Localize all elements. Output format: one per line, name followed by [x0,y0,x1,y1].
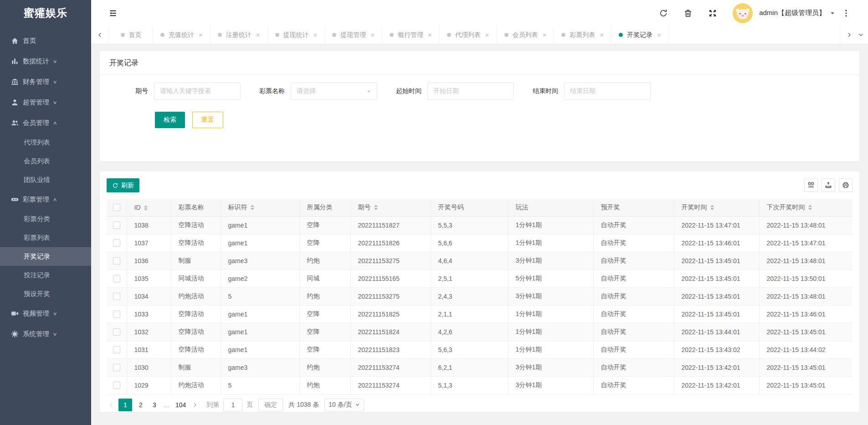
sidebar-item-finance[interactable]: 财务管理∨ [0,72,91,92]
refresh-button[interactable]: 刷新 [107,178,139,192]
tab[interactable]: 提现管理× [325,26,382,44]
page-number[interactable]: 3 [149,399,159,411]
row-select-cell [107,270,127,287]
tab-label: 充值统计 [169,31,194,39]
row-checkbox[interactable] [113,293,120,300]
tab-label: 会员列表 [513,31,538,39]
tab[interactable]: 提现统计× [268,26,325,44]
tabs-scroll-right-icon[interactable] [840,26,858,44]
placeholder-text: 开始日期 [433,87,459,95]
goto-page-input[interactable]: 1 [223,399,242,411]
user-name[interactable]: admin【超级管理员】 [759,9,826,17]
print-icon[interactable] [839,178,853,192]
tab-status-dot [275,33,279,37]
sidebar-subitem[interactable]: 开奖记录 [0,247,91,266]
per-page-select[interactable]: 10 条/页 [324,399,364,411]
sidebar-item-home[interactable]: 首页 [0,31,91,51]
column-header-label: 开奖号码 [438,203,464,211]
sidebar-subitem[interactable]: 投注记录 [0,266,91,285]
close-tab-icon[interactable]: × [313,31,318,38]
sidebar-item-data-stats[interactable]: 数据统计∨ [0,51,91,72]
sidebar-subitem[interactable]: 彩票分类 [0,210,91,228]
more-vertical-icon[interactable] [842,9,851,18]
tab-label: 彩票列表 [570,31,595,39]
end-time-input[interactable]: 结束日期 [564,83,651,100]
sidebar-subitem[interactable]: 会员列表 [0,152,91,171]
row-checkbox[interactable] [113,311,120,318]
reset-button[interactable]: 重置 [192,112,223,128]
fullscreen-icon[interactable] [708,9,717,18]
sidebar-item-superadmin[interactable]: 超管管理∨ [0,92,91,113]
start-time-input[interactable]: 开始日期 [427,83,514,100]
sort-icon[interactable] [710,205,714,210]
row-checkbox[interactable] [113,239,120,247]
page-number[interactable]: 2 [136,399,146,411]
sidebar-item-system[interactable]: 系统管理∨ [0,324,91,344]
row-checkbox[interactable] [113,382,120,389]
goto-confirm-button[interactable]: 确定 [258,399,283,411]
close-tab-icon[interactable]: × [600,31,604,38]
sidebar-subitem[interactable]: 团队业绩 [0,171,91,189]
table-cell: game1 [221,341,299,358]
tabs-menu-chevron-down-icon[interactable] [858,26,868,44]
page-number[interactable]: 104 [173,399,188,411]
row-checkbox[interactable] [113,346,120,353]
tabbar: 首页充值统计×注册统计×提现统计×提现管理×银行管理×代理列表×会员列表×彩票列… [91,26,868,44]
page-next-icon[interactable] [190,399,200,411]
sort-icon[interactable] [144,205,148,211]
sidebar-subitem[interactable]: 预设开奖 [0,285,91,303]
refresh-icon[interactable] [659,9,668,18]
close-tab-icon[interactable]: × [428,31,432,38]
records-table: ID彩票名称标识符所属分类期号开奖号码玩法预开奖开奖时间下次开奖时间 1038空… [107,199,853,394]
column-header: 玩法 [508,199,593,216]
table-cell: 2022-11-15 13:44:02 [759,341,853,358]
close-tab-icon[interactable]: × [543,31,547,38]
tab-status-dot [121,33,125,37]
sidebar-item-lottery[interactable]: 彩票管理∧ [0,189,91,210]
close-tab-icon[interactable]: × [485,31,489,38]
close-tab-icon[interactable]: × [256,31,260,38]
sort-icon[interactable] [251,205,254,210]
row-checkbox[interactable] [113,222,120,229]
tab[interactable]: 开奖记录× [611,26,669,44]
tab[interactable]: 首页 [109,26,153,44]
columns-filter-icon[interactable] [804,178,818,192]
issue-input[interactable]: 请输入关键字搜索 [154,83,241,100]
tabs-scroll-left-icon[interactable] [91,26,109,44]
search-button[interactable]: 检索 [155,112,185,128]
trash-icon[interactable] [683,9,693,18]
sidebar-collapse-icon[interactable] [108,9,118,18]
row-checkbox[interactable] [113,275,120,282]
chevron-down-icon: ∨ [53,100,57,105]
lottery-select[interactable]: 请选择 [291,83,377,100]
page-prev-icon[interactable] [107,399,117,411]
select-all-checkbox[interactable] [113,204,120,211]
tab[interactable]: 注册统计× [211,26,268,44]
user-avatar[interactable] [733,3,753,23]
page-number[interactable]: 1 [118,399,132,411]
sort-icon[interactable] [374,205,378,210]
tab[interactable]: 充值统计× [153,26,211,44]
table-cell: 1038 [127,216,171,234]
tab[interactable]: 银行管理× [382,26,440,44]
tab[interactable]: 代理列表× [440,26,497,44]
row-checkbox[interactable] [113,328,120,336]
table-cell: 2022-11-15 13:45:01 [759,376,853,394]
sidebar-item-members[interactable]: 会员管理∧ [0,113,91,133]
table-panel: 刷新 I [100,171,859,412]
tab[interactable]: 彩票列表× [554,26,611,44]
close-tab-icon[interactable]: × [657,31,661,38]
close-tab-icon[interactable]: × [370,31,375,38]
sidebar-subitem[interactable]: 彩票列表 [0,228,91,247]
sort-icon[interactable] [808,205,812,210]
tab[interactable]: 会员列表× [497,26,555,44]
table-row: 1038空降活动game1空降2022111518275,5,31分钟1期自动开… [107,216,853,234]
row-checkbox[interactable] [113,257,120,264]
field-label: 期号 [135,87,148,95]
sidebar-subitem[interactable]: 代理列表 [0,133,91,152]
row-checkbox[interactable] [113,364,120,371]
close-tab-icon[interactable]: × [199,31,203,38]
user-caret-down-icon[interactable] [830,10,835,16]
sidebar-item-video[interactable]: 视频管理∨ [0,303,91,324]
export-icon[interactable] [822,178,835,192]
